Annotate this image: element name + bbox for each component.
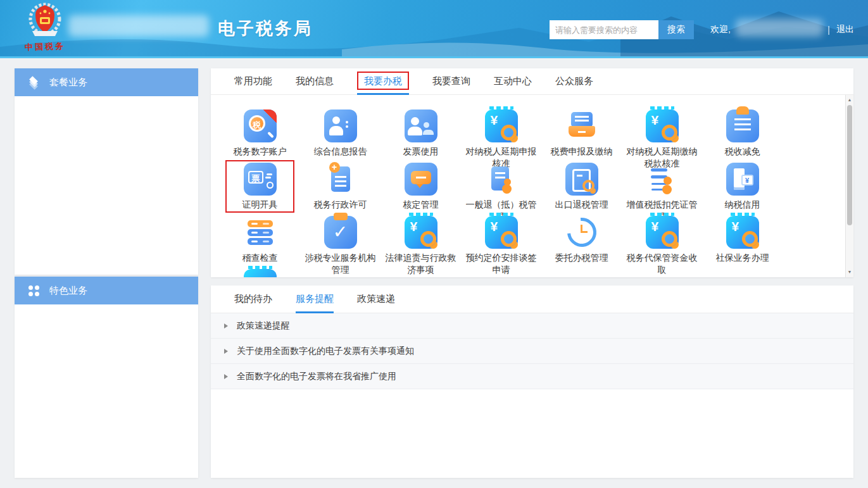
assessment-management-icon	[405, 163, 437, 196]
service-tile[interactable]: 核定管理	[381, 163, 461, 216]
service-tile[interactable]: ¥ 对纳税人延期申报核准	[461, 109, 541, 163]
tab[interactable]: 我的信息	[296, 68, 334, 95]
export-tax-refund-icon	[565, 163, 598, 196]
separator: |	[827, 25, 830, 35]
services-panel: 常用功能我的信息我要办税我要查询互动中心公众服务 税 税务数字账户 综合信息报告…	[211, 68, 853, 277]
custody-funds-collection-icon: ¥	[646, 216, 679, 249]
tab-label: 公众服务	[555, 75, 593, 86]
search-input[interactable]	[550, 20, 658, 39]
tax-credit-icon: ¥	[726, 163, 759, 196]
tax-admin-license-icon	[324, 163, 357, 196]
service-label: 稽查检查	[220, 252, 300, 264]
service-label: 税务行政许可	[300, 199, 381, 211]
scrollbar-thumb[interactable]	[847, 105, 852, 225]
sidebar-section-special: 特色业务	[15, 277, 198, 478]
invoice-use-icon	[405, 109, 437, 142]
service-tile[interactable]: ¥ 税务代保管资金收取	[622, 216, 702, 269]
tab[interactable]: 我要办税	[357, 68, 409, 95]
vat-deduction-voucher-icon	[646, 163, 679, 196]
tab-label: 互动中心	[494, 75, 532, 86]
service-label: 涉税专业服务机构管理	[300, 252, 381, 276]
service-tile[interactable]: 一般退（抵）税管理	[461, 163, 541, 216]
icon-glyph: ¥	[491, 113, 498, 128]
notice-list: 政策速递提醒 关于使用全面数字化的电子发票有关事项通知 全面数字化的电子发票将在…	[211, 313, 853, 389]
general-tax-refund-icon	[485, 163, 518, 196]
service-tile[interactable]: 税 税务数字账户	[220, 109, 300, 163]
tab[interactable]: 常用功能	[234, 68, 272, 95]
service-tile[interactable]: ¥ 社保业务办理	[702, 216, 783, 269]
service-tile[interactable]: 税收减免	[702, 109, 783, 163]
main-tab-bar: 常用功能我的信息我要办税我要查询互动中心公众服务	[211, 68, 853, 95]
service-tile[interactable]: 委托办税管理	[541, 216, 622, 269]
scroll-up-icon[interactable]: ▲	[846, 96, 853, 104]
service-label: 出口退税管理	[541, 199, 622, 211]
redacted-user-name	[736, 19, 823, 37]
tab[interactable]: 政策速递	[357, 285, 395, 313]
service-tile[interactable]	[220, 269, 300, 277]
service-label: 法律追责与行政救济事项	[381, 252, 461, 276]
tab[interactable]: 我的待办	[234, 285, 272, 313]
service-tile[interactable]: 发票使用	[381, 109, 461, 163]
tab[interactable]: 服务提醒	[296, 285, 334, 313]
welcome-text: 欢迎,	[710, 24, 731, 35]
scroll-down-icon[interactable]: ▼	[846, 268, 853, 276]
deferred-payment-approval-icon: ¥	[646, 109, 679, 142]
service-tile[interactable]: 税务行政许可	[300, 163, 381, 216]
service-tile[interactable]: 稽查检查	[220, 216, 300, 269]
scrollbar[interactable]: ▲ ▼	[845, 95, 853, 277]
icon-glyph	[581, 225, 582, 233]
notice-row[interactable]: 全面数字化的电子发票将在我省推广使用	[211, 364, 853, 389]
logo-caption: 中国税务	[10, 40, 80, 54]
notice-row[interactable]: 政策速递提醒	[211, 313, 853, 339]
service-tile[interactable]: 税费申报及缴纳	[541, 109, 622, 163]
service-label: 综合信息报告	[300, 146, 381, 158]
notice-title: 关于使用全面数字化的电子发票有关事项通知	[237, 346, 414, 357]
deferred-filing-approval-icon: ¥	[485, 109, 518, 142]
service-tile[interactable]: ¥ 预约定价安排谈签申请	[461, 216, 541, 269]
sidebar: 套餐业务 特色业务	[15, 68, 198, 478]
icon-glyph	[575, 116, 589, 118]
sidebar-section-package: 套餐业务	[15, 68, 198, 275]
icon-glyph: 税	[249, 115, 265, 132]
service-tile[interactable]: 综合信息报告	[300, 109, 381, 163]
tax-reduction-icon	[726, 109, 759, 142]
icon-glyph	[335, 176, 346, 178]
service-label: 发票使用	[381, 146, 461, 158]
legal-remedy-icon: ¥	[405, 216, 437, 249]
national-emblem-icon	[25, 2, 65, 40]
notices-panel: 我的待办服务提醒政策速递 政策速递提醒 关于使用全面数字化的电子发票有关事项通知…	[211, 285, 853, 478]
service-tile[interactable]: ✓ 涉税专业服务机构管理	[300, 216, 381, 269]
redacted-province-name	[68, 15, 209, 37]
tax-service-agency-icon: ✓	[324, 216, 357, 249]
expand-arrow-icon	[224, 349, 230, 354]
sidebar-item-special-business[interactable]: 特色业务	[15, 277, 198, 304]
icon-glyph: ¥	[651, 113, 659, 128]
icon-glyph: ¥	[491, 219, 498, 234]
notice-row[interactable]: 关于使用全面数字化的电子发票有关事项通知	[211, 339, 853, 364]
audit-inspection-icon	[244, 216, 277, 249]
icon-glyph: ✓	[324, 216, 357, 249]
service-tile[interactable]: 票 证明开具	[220, 163, 300, 216]
tab[interactable]: 互动中心	[494, 68, 532, 95]
service-tile[interactable]: 出口退税管理	[541, 163, 622, 216]
icon-glyph: 票	[248, 171, 263, 184]
search-button[interactable]: 搜索	[658, 20, 694, 39]
logout-link[interactable]: 退出	[836, 24, 854, 35]
service-tile[interactable]: ¥ 法律追责与行政救济事项	[381, 216, 461, 269]
tax-filing-payment-icon	[565, 109, 598, 142]
grid-icon	[26, 285, 41, 296]
tab[interactable]: 我要查询	[432, 68, 470, 95]
tab-label: 我的待办	[234, 293, 272, 304]
service-label: 证明开具	[220, 199, 300, 211]
service-label: 预约定价安排谈签申请	[461, 252, 541, 276]
service-tile[interactable]: ¥ 纳税信用	[702, 163, 783, 216]
service-tile[interactable]: ¥ 对纳税人延期缴纳税款核准	[622, 109, 702, 163]
tab-label: 政策速递	[357, 293, 395, 304]
site-title: 电子税务局	[218, 17, 313, 40]
expand-arrow-icon	[224, 374, 230, 379]
service-label: 核定管理	[381, 199, 461, 211]
tab-label: 常用功能	[234, 75, 272, 86]
sidebar-item-package-business[interactable]: 套餐业务	[15, 68, 198, 96]
tab[interactable]: 公众服务	[555, 68, 593, 95]
service-tile[interactable]: 增值税抵扣凭证管理	[622, 163, 702, 216]
